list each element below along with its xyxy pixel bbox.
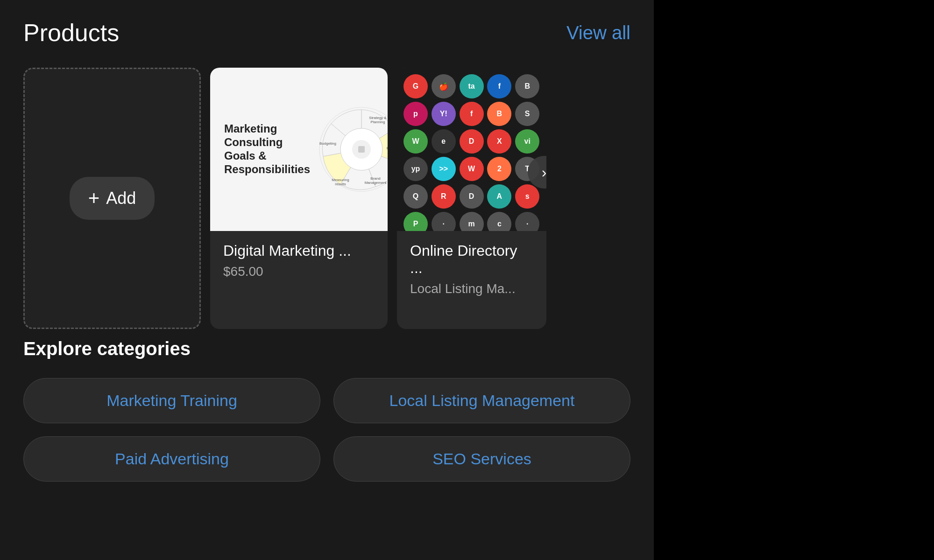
dir-icon-22: D — [460, 184, 484, 209]
svg-text:Budgeting: Budgeting — [319, 141, 336, 146]
category-btn-marketing-training[interactable]: Marketing Training — [23, 378, 320, 423]
add-card[interactable]: + Add — [23, 68, 201, 329]
dir-icon-9: S — [515, 102, 539, 126]
dir-icon-28: c — [487, 212, 511, 231]
dir-icon-21: R — [432, 184, 456, 209]
svg-text:Management: Management — [365, 181, 387, 185]
category-btn-paid-advertising[interactable]: Paid Advertising — [23, 436, 320, 482]
dir-icon-14: vi — [515, 129, 539, 154]
dm-text-block: Marketing Consulting Goals & Responsibil… — [219, 118, 315, 181]
dir-icon-25: P — [403, 212, 428, 231]
svg-text:Strategy &: Strategy & — [369, 116, 387, 120]
dir-icon-20: Q — [403, 184, 428, 209]
plus-icon: + — [88, 187, 100, 210]
add-label: Add — [106, 189, 136, 208]
dir-icon-7: f — [460, 102, 484, 126]
product-price-0: $65.00 — [223, 264, 375, 279]
dir-icon-29: · — [515, 212, 539, 231]
dir-icon-11: e — [432, 129, 456, 154]
product-category-1: Local Listing Ma... — [410, 281, 533, 296]
dir-icon-15: yp — [403, 157, 428, 181]
category-btn-seo-services[interactable]: SEO Services — [333, 436, 630, 482]
dir-icon-27: m — [460, 212, 484, 231]
dir-icon-26: · — [432, 212, 456, 231]
chevron-right-icon: › — [542, 164, 546, 181]
dm-chart: Strategy & Planning Business analysis Br… — [315, 103, 388, 196]
product-card-1[interactable]: G 🍎 ta f B p Y! f B S W e D X vi — [397, 68, 546, 329]
dir-icon-1: 🍎 — [432, 74, 456, 98]
product-name-1: Online Directory ... — [410, 242, 533, 277]
dir-icon-18: 2 — [487, 157, 511, 181]
svg-text:results: results — [335, 182, 346, 186]
category-btn-local-listing[interactable]: Local Listing Management — [333, 378, 630, 423]
dir-icon-13: X — [487, 129, 511, 154]
dir-icon-12: D — [460, 129, 484, 154]
products-viewport: + Add Marketing Consulting Goals & Respo… — [23, 68, 630, 329]
page-title: Products — [23, 19, 119, 47]
dir-icon-17: W — [460, 157, 484, 181]
product-card-info-0: Digital Marketing ... $65.00 — [210, 231, 388, 290]
dir-icon-3: f — [487, 74, 511, 98]
dir-icon-4: B — [515, 74, 539, 98]
product-card-info-1: Online Directory ... Local Listing Ma... — [397, 231, 546, 308]
svg-rect-3 — [358, 146, 365, 153]
svg-text:Brand: Brand — [370, 176, 380, 181]
dir-icon-6: Y! — [432, 102, 456, 126]
categories-grid: Marketing Training Local Listing Managem… — [23, 378, 630, 482]
header: Products View all — [23, 19, 630, 47]
dir-icon-5: p — [403, 102, 428, 126]
dir-icon-10: W — [403, 129, 428, 154]
svg-text:Measuring: Measuring — [332, 178, 349, 182]
dir-icon-24: s — [515, 184, 539, 209]
product-image-1: G 🍎 ta f B p Y! f B S W e D X vi — [397, 68, 546, 231]
products-inner: + Add Marketing Consulting Goals & Respo… — [23, 68, 630, 329]
product-name-0: Digital Marketing ... — [223, 242, 375, 259]
product-image-0: Marketing Consulting Goals & Responsibil… — [210, 68, 388, 231]
dir-icon-16: >> — [432, 157, 456, 181]
add-button[interactable]: + Add — [70, 177, 155, 220]
main-panel: Products View all + Add Marketing Consul… — [0, 0, 654, 560]
dir-icon-2: ta — [460, 74, 484, 98]
dir-icon-0: G — [403, 74, 428, 98]
dir-icon-8: B — [487, 102, 511, 126]
product-card-0[interactable]: Marketing Consulting Goals & Responsibil… — [210, 68, 388, 329]
svg-text:Planning: Planning — [370, 120, 385, 124]
dm-chart-title: Marketing Consulting Goals & Responsibil… — [224, 122, 310, 176]
explore-title: Explore categories — [23, 338, 630, 359]
explore-section: Explore categories Marketing Training Lo… — [23, 338, 630, 482]
view-all-link[interactable]: View all — [566, 22, 630, 43]
dm-content: Marketing Consulting Goals & Responsibil… — [219, 77, 378, 222]
dir-icon-23: A — [487, 184, 511, 209]
svg-text:Business: Business — [387, 146, 388, 150]
right-panel — [654, 0, 934, 560]
